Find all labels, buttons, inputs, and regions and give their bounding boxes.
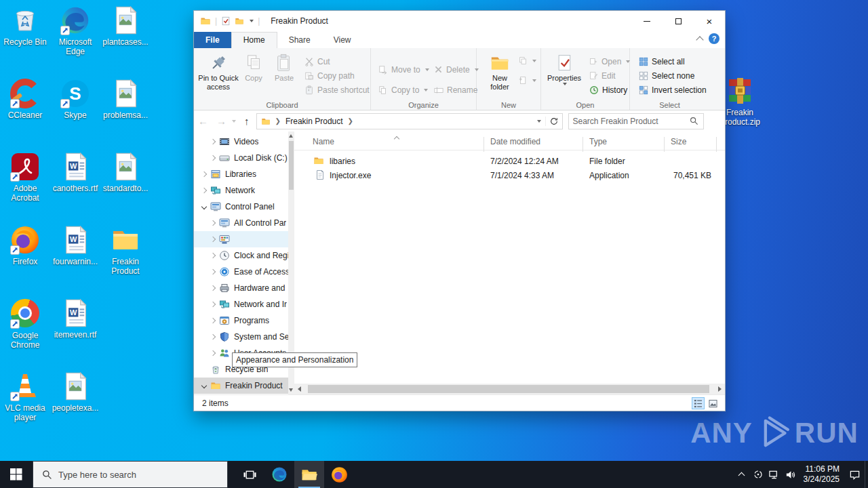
maximize-button[interactable] (663, 11, 694, 31)
tree-item-appearance-personalization[interactable] (194, 231, 294, 247)
network-icon[interactable] (766, 461, 783, 488)
desktop-icon-microsoft-edge[interactable]: Microsoft Edge (50, 5, 100, 56)
invert-selection-button[interactable]: Invert selection (635, 83, 710, 97)
search-input[interactable] (569, 117, 685, 126)
select-none-button[interactable]: Select none (635, 68, 710, 83)
paste-button[interactable]: Paste (269, 50, 300, 92)
tree-item-network-internet[interactable]: Network and Ir (194, 296, 294, 312)
desktop-icon-ccleaner[interactable]: CCleaner (0, 79, 50, 120)
desktop-icon-freakin-product-folder[interactable]: Freakin Product (100, 225, 151, 276)
column-header-size[interactable]: Size (671, 137, 686, 146)
new-folder-button[interactable]: New folder (482, 50, 517, 92)
copy-path-button[interactable]: Copy path (301, 68, 373, 83)
copy-to-button[interactable]: Copy to (375, 83, 433, 97)
large-icons-view-button[interactable] (707, 397, 719, 409)
tree-item-ease-of-access[interactable]: Ease of Access (194, 264, 294, 280)
breadcrumb-separator[interactable]: ❯ (348, 117, 353, 125)
copy-button[interactable]: Copy (239, 50, 269, 92)
desktop-icon-canothers-rtf[interactable]: W canothers.rtf (50, 152, 100, 193)
scroll-right-icon[interactable] (718, 386, 722, 392)
tree-item-hardware-sound[interactable]: Hardware and (194, 280, 294, 296)
select-all-button[interactable]: Select all (635, 54, 710, 68)
desktop-icon-problemsa[interactable]: problemsa... (100, 79, 151, 120)
chevron-right-icon[interactable] (208, 335, 218, 339)
tray-app-icon[interactable] (750, 461, 766, 488)
tree-item-all-control-panel[interactable]: All Control Par (194, 215, 294, 231)
qat-properties-icon[interactable] (221, 16, 231, 26)
tab-file[interactable]: File (194, 32, 231, 48)
qat-new-folder-icon[interactable] (235, 16, 244, 26)
chevron-right-icon[interactable] (208, 286, 218, 290)
tree-item-clock-region[interactable]: Clock and Regi (194, 247, 294, 264)
volume-icon[interactable] (783, 461, 799, 488)
up-button[interactable]: ↑ (237, 116, 256, 126)
move-to-button[interactable]: Move to (375, 62, 433, 77)
address-dropdown-icon[interactable] (537, 120, 541, 123)
taskbar-file-explorer-button[interactable] (294, 461, 324, 488)
action-center-icon[interactable] (844, 461, 865, 488)
chevron-right-icon[interactable] (208, 140, 218, 144)
chevron-right-icon[interactable] (208, 221, 218, 225)
details-view-button[interactable] (692, 397, 705, 409)
new-item-button[interactable] (519, 73, 536, 87)
rename-button[interactable]: Rename (431, 83, 482, 97)
file-row-injector-exe[interactable]: Injector.exe 7/1/2024 4:33 AM Applicatio… (294, 168, 711, 182)
collapse-ribbon-icon[interactable] (696, 36, 703, 43)
desktop-icon-skype[interactable]: S Skype (50, 79, 100, 120)
tab-home[interactable]: Home (231, 32, 277, 48)
tray-expand-icon[interactable] (734, 461, 750, 488)
column-header-type[interactable]: Type (589, 137, 607, 146)
tab-view[interactable]: View (322, 33, 363, 48)
column-header-date-modified[interactable]: Date modified (490, 137, 540, 146)
horizontal-scrollbar[interactable] (294, 384, 725, 394)
search-box[interactable] (568, 113, 704, 129)
desktop-icon-vlc[interactable]: VLC media player (0, 371, 50, 422)
desktop-icon-recycle-bin[interactable]: Recycle Bin (0, 5, 50, 47)
pin-to-quick-access-button[interactable]: Pin to Quick access (198, 50, 239, 92)
forward-button[interactable]: → (212, 116, 231, 126)
show-desktop-button[interactable] (865, 461, 868, 488)
breadcrumb[interactable]: Freakin Product (285, 117, 343, 126)
chevron-right-icon[interactable] (199, 188, 209, 192)
paste-shortcut-button[interactable]: Paste shortcut (301, 83, 373, 97)
tree-item-system-security[interactable]: System and Se (194, 329, 294, 345)
delete-button[interactable]: Delete (431, 62, 482, 77)
minimize-button[interactable] (631, 11, 663, 31)
start-button[interactable] (0, 461, 33, 488)
refresh-icon[interactable] (545, 117, 562, 126)
scroll-up-icon[interactable] (289, 134, 293, 138)
desktop-icon-plantcases[interactable]: plantcases... (100, 5, 151, 47)
history-button[interactable]: History (586, 83, 633, 97)
chevron-right-icon[interactable] (208, 237, 218, 241)
tray-clock[interactable]: 11:06 PM 3/24/2025 (799, 464, 844, 485)
chevron-down-icon[interactable] (199, 205, 209, 209)
tree-item-control-panel[interactable]: Control Panel (194, 199, 294, 215)
chevron-right-icon[interactable] (208, 253, 218, 258)
task-view-button[interactable] (235, 461, 264, 488)
chevron-right-icon[interactable] (208, 156, 218, 160)
chevron-right-icon[interactable] (208, 302, 218, 306)
taskbar-edge-button[interactable] (264, 461, 294, 488)
address-bar[interactable]: ❯ Freakin Product ❯ (256, 113, 563, 129)
chevron-right-icon[interactable] (208, 351, 218, 355)
column-header-name[interactable]: Name (313, 137, 334, 146)
desktop-icon-adobe-acrobat[interactable]: Adobe Acrobat (0, 152, 50, 203)
scroll-down-icon[interactable] (289, 388, 293, 392)
tree-item-freakin-product[interactable]: Freakin Product (194, 378, 294, 394)
desktop-icon-google-chrome[interactable]: Google Chrome (0, 298, 50, 350)
chevron-right-icon[interactable] (208, 319, 218, 323)
chevron-down-icon[interactable] (199, 384, 209, 388)
taskbar-firefox-button[interactable] (324, 461, 354, 488)
tree-item-local-disk-c[interactable]: Local Disk (C:) (194, 150, 294, 166)
desktop-icon-firefox[interactable]: Firefox (0, 225, 50, 266)
cut-button[interactable]: Cut (301, 54, 373, 68)
recent-locations-icon[interactable] (232, 120, 236, 123)
chevron-right-icon[interactable] (208, 270, 218, 274)
qat-dropdown-icon[interactable] (250, 20, 254, 22)
tree-item-videos[interactable]: Videos (194, 134, 294, 150)
properties-button[interactable]: Properties (545, 50, 583, 85)
chevron-right-icon[interactable] (199, 172, 209, 176)
scrollbar-thumb[interactable] (308, 385, 709, 393)
back-button[interactable]: ← (194, 116, 212, 126)
desktop-icon-standardto[interactable]: standardto... (100, 152, 151, 193)
